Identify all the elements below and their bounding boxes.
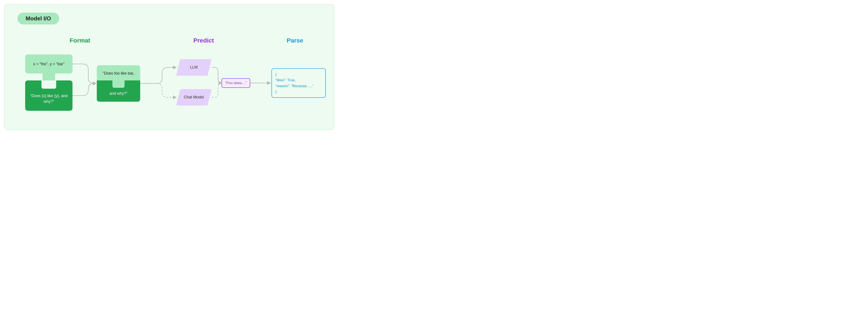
prompt-template-notch bbox=[41, 80, 56, 89]
section-label-format: Format bbox=[70, 37, 90, 44]
model-output-chip: “Foo does…” bbox=[222, 78, 250, 88]
chat-model-node: Chat Model bbox=[176, 89, 212, 106]
chat-model-label: Chat Model bbox=[184, 95, 204, 100]
section-label-parse: Parse bbox=[287, 37, 303, 44]
section-label-predict: Predict bbox=[193, 37, 214, 44]
parsed-json-box: { “likes”: True, “reason”: “Because ….” … bbox=[272, 68, 326, 98]
llm-label: LLM bbox=[190, 65, 198, 70]
assembled-prompt-top: “Does foo like bar, bbox=[97, 65, 140, 81]
assembled-prompt-bottom-text: and why?” bbox=[97, 91, 140, 96]
input-variables-stem bbox=[42, 73, 55, 81]
assembled-prompt-stem bbox=[113, 80, 125, 88]
prompt-template-text: “Does {x} like {y}, and why?” bbox=[25, 93, 72, 104]
model-io-panel: Model I/O Format Predict Parse x = “foo”… bbox=[4, 4, 334, 130]
input-variables-text: x = “foo”, y = “bar” bbox=[33, 62, 64, 66]
badge-model-io: Model I/O bbox=[18, 13, 59, 24]
model-output-text: “Foo does…” bbox=[225, 81, 247, 85]
input-variables-block: x = “foo”, y = “bar” bbox=[25, 55, 72, 73]
assembled-prompt-top-text: “Does foo like bar, bbox=[103, 71, 134, 76]
llm-node: LLM bbox=[176, 59, 212, 76]
